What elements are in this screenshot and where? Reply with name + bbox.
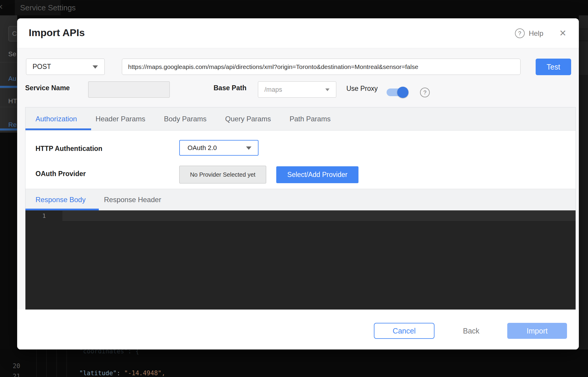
http-authentication-label: HTTP Authentication bbox=[35, 145, 102, 153]
divider bbox=[0, 88, 17, 88]
request-url-input[interactable] bbox=[122, 59, 521, 75]
background-code-editor: "coordinates": { 20 "latitude": "-14.494… bbox=[0, 349, 588, 377]
background-tab-authorization: Au bbox=[8, 75, 16, 83]
chevron-down-icon bbox=[93, 65, 98, 69]
response-tabs: Response BodyResponse Header bbox=[25, 189, 576, 210]
divider bbox=[0, 107, 17, 107]
service-name-label: Service Name bbox=[25, 84, 70, 92]
background-code-line: 21 "longitude": "127.9437" bbox=[0, 366, 588, 377]
background-tab-underline bbox=[0, 86, 17, 88]
background-right-strip bbox=[579, 15, 588, 377]
chevron-down-icon bbox=[325, 88, 329, 91]
divider bbox=[0, 62, 17, 62]
background-tab-underline bbox=[0, 128, 17, 130]
background-label-http: HT bbox=[8, 97, 17, 105]
response-body-editor[interactable]: 1 bbox=[25, 210, 576, 310]
help-icon: ? bbox=[515, 28, 525, 38]
base-path-value: /maps bbox=[264, 82, 282, 97]
editor-active-line bbox=[62, 211, 576, 221]
param-tab[interactable]: Query Params bbox=[225, 115, 271, 123]
response-tab[interactable]: Response Header bbox=[104, 196, 161, 204]
background-page-title: Service Settings bbox=[20, 0, 76, 15]
test-button[interactable]: Test bbox=[536, 59, 571, 75]
http-authentication-value: OAuth 2.0 bbox=[188, 141, 217, 155]
import-button[interactable]: Import bbox=[507, 323, 567, 339]
editor-line-number: 1 bbox=[25, 212, 46, 219]
select-add-provider-button[interactable]: Select/Add Provider bbox=[276, 166, 358, 183]
background-editor-strip: 1111111111 bbox=[0, 133, 17, 377]
dialog-title: Import APIs bbox=[29, 27, 85, 38]
base-path-label: Base Path bbox=[214, 84, 246, 92]
proxy-help-icon[interactable]: ? bbox=[420, 88, 430, 97]
help-button[interactable]: ? Help bbox=[515, 28, 543, 38]
http-authentication-select[interactable]: OAuth 2.0 bbox=[179, 140, 259, 156]
toggle-knob bbox=[397, 87, 408, 98]
background-close-icon: × bbox=[0, 2, 3, 12]
question-glyph: ? bbox=[423, 89, 427, 96]
param-tab-list: AuthorizationHeader ParamsBody ParamsQue… bbox=[35, 115, 349, 123]
dialog-header: Import APIs ? Help ✕ bbox=[17, 18, 579, 48]
back-button[interactable]: Back bbox=[455, 323, 487, 339]
param-tabs: AuthorizationHeader ParamsBody ParamsQue… bbox=[25, 107, 576, 130]
authorization-content: HTTP Authentication OAuth 2.0 OAuth Prov… bbox=[25, 130, 576, 189]
param-tab[interactable]: Body Params bbox=[164, 115, 206, 123]
close-icon[interactable]: ✕ bbox=[559, 28, 566, 38]
response-tab-list: Response BodyResponse Header bbox=[35, 196, 180, 204]
background-left-strip: C Se Au HT Re 1111111111 bbox=[0, 15, 17, 377]
divider bbox=[579, 29, 588, 29]
divider bbox=[579, 41, 588, 41]
response-tab[interactable]: Response Body bbox=[35, 196, 85, 204]
use-proxy-toggle[interactable] bbox=[387, 88, 407, 96]
oauth-provider-status: No Provider Selected yet bbox=[179, 166, 266, 183]
screen: × Service Settings C Se Au HT Re 1111111… bbox=[0, 0, 588, 377]
background-topbar: × Service Settings bbox=[0, 0, 588, 15]
help-label: Help bbox=[529, 29, 543, 38]
background-label-service: Se bbox=[8, 50, 16, 58]
line-number: 21 bbox=[13, 373, 20, 377]
chevron-down-icon bbox=[246, 146, 251, 150]
cancel-button[interactable]: Cancel bbox=[374, 323, 434, 339]
param-tab[interactable]: Path Params bbox=[290, 115, 331, 123]
background-tab-response: Re bbox=[8, 121, 17, 129]
base-path-select[interactable]: /maps bbox=[258, 81, 336, 98]
oauth-provider-label: OAuth Provider bbox=[35, 170, 86, 178]
background-right-dark bbox=[579, 75, 588, 377]
param-tab[interactable]: Header Params bbox=[96, 115, 145, 123]
import-apis-dialog: Import APIs ? Help ✕ POST Test Service N… bbox=[17, 18, 579, 349]
use-proxy-label: Use Proxy bbox=[346, 85, 378, 93]
http-method-value: POST bbox=[33, 59, 51, 75]
service-name-input[interactable] bbox=[88, 81, 170, 98]
question-glyph: ? bbox=[518, 30, 521, 37]
active-tab-underline bbox=[25, 128, 91, 130]
http-method-select[interactable]: POST bbox=[26, 59, 105, 75]
param-tab[interactable]: Authorization bbox=[35, 115, 77, 123]
dialog-footer: Cancel Back Import bbox=[17, 310, 579, 349]
background-partial-box: C bbox=[8, 26, 17, 41]
request-config-panel: AuthorizationHeader ParamsBody ParamsQue… bbox=[25, 107, 576, 310]
